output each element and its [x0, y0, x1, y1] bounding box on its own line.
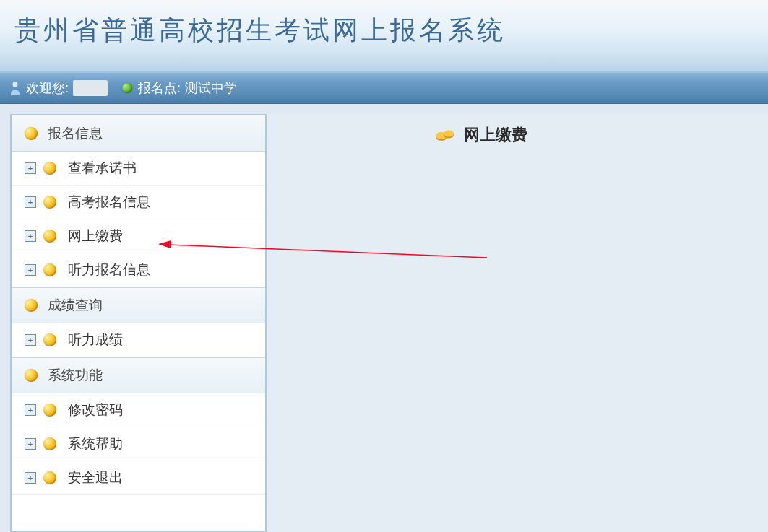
menu-item-label: 网上缴费: [68, 227, 123, 245]
bullet-icon: [43, 230, 56, 243]
user-icon: [9, 80, 22, 96]
menu-item-label: 安全退出: [68, 468, 123, 487]
app-header: 贵州省普通高校招生考试网上报名系统: [0, 0, 768, 72]
expand-icon: +: [25, 472, 36, 484]
menu-item-label: 修改密码: [68, 401, 123, 419]
bullet-icon: [43, 333, 56, 346]
bullet-icon: [43, 404, 56, 417]
panel-header: 网上缴费: [194, 114, 768, 156]
status-dot-icon: [122, 83, 132, 93]
bullet-icon: [25, 369, 38, 382]
content-area: 报名信息 + 查看承诺书 + 高考报名信息 + 网上缴费 + 听力报名信息 成绩…: [0, 104, 768, 532]
expand-icon: +: [25, 264, 36, 276]
site-label: 报名点:: [138, 79, 181, 97]
menu-item-logout[interactable]: + 安全退出: [12, 461, 265, 495]
section-title: 成绩查询: [48, 296, 103, 315]
expand-icon: +: [25, 196, 36, 208]
bullet-icon: [43, 162, 56, 175]
user-value: [73, 80, 108, 96]
sidebar: 报名信息 + 查看承诺书 + 高考报名信息 + 网上缴费 + 听力报名信息 成绩…: [10, 114, 267, 532]
menu-item-label: 系统帮助: [68, 435, 123, 453]
expand-icon: +: [25, 230, 36, 242]
section-title: 系统功能: [48, 366, 103, 385]
site-value: 测试中学: [185, 79, 237, 97]
bullet-icon: [43, 471, 56, 484]
section-title: 报名信息: [48, 124, 103, 143]
panel-title: 网上缴费: [464, 124, 527, 146]
menu-item-label: 高考报名信息: [68, 193, 150, 212]
menu-item-view-commitment[interactable]: + 查看承诺书: [12, 152, 265, 186]
coins-icon: [435, 128, 455, 142]
menu-item-change-password[interactable]: + 修改密码: [12, 393, 265, 427]
bullet-icon: [43, 437, 56, 450]
svg-point-4: [444, 131, 454, 137]
expand-icon: +: [25, 404, 36, 416]
topbar: 欢迎您: 报名点: 测试中学: [0, 72, 768, 104]
menu-item-online-payment[interactable]: + 网上缴费: [12, 219, 265, 253]
expand-icon: +: [25, 162, 36, 174]
bullet-icon: [25, 299, 38, 312]
bullet-icon: [43, 263, 56, 276]
menu-item-system-help[interactable]: + 系统帮助: [12, 427, 265, 461]
expand-icon: +: [25, 334, 36, 346]
menu-item-label: 听力成绩: [68, 331, 123, 349]
expand-icon: +: [25, 438, 36, 450]
menu-item-listening-registration[interactable]: + 听力报名信息: [12, 253, 265, 287]
bullet-icon: [43, 196, 56, 209]
menu-item-listening-score[interactable]: + 听力成绩: [12, 323, 265, 357]
main-panel: 网上缴费: [267, 114, 768, 532]
menu-item-label: 听力报名信息: [68, 261, 150, 279]
menu-item-label: 查看承诺书: [68, 159, 137, 178]
welcome-label: 欢迎您:: [26, 79, 69, 97]
section-header-system: 系统功能: [12, 357, 265, 393]
bullet-icon: [25, 127, 38, 140]
app-title: 贵州省普通高校招生考试网上报名系统: [14, 13, 768, 48]
svg-point-0: [13, 82, 18, 87]
menu-item-exam-registration[interactable]: + 高考报名信息: [12, 186, 265, 219]
section-header-score: 成绩查询: [12, 287, 265, 323]
